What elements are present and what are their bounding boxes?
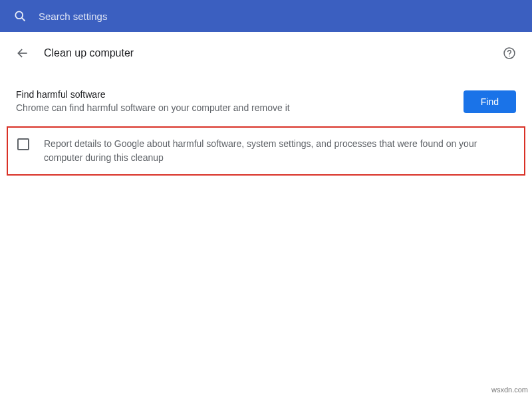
page-title: Clean up computer [44, 47, 503, 59]
search-bar [0, 0, 532, 32]
page-header: Clean up computer [0, 35, 532, 72]
svg-point-4 [509, 55, 510, 57]
section-text: Find harmful software Chrome can find ha… [16, 89, 450, 113]
search-input[interactable] [39, 11, 519, 22]
search-icon [13, 9, 27, 23]
svg-point-0 [15, 11, 23, 19]
watermark: wsxdn.com [491, 386, 528, 394]
report-option-row: Report details to Google about harmful s… [7, 126, 525, 176]
find-button[interactable]: Find [464, 90, 516, 113]
section-title: Find harmful software [16, 89, 450, 100]
help-icon[interactable] [503, 47, 516, 60]
section-description: Chrome can find harmful software on your… [16, 102, 450, 113]
back-arrow-icon[interactable] [16, 47, 29, 60]
find-harmful-section: Find harmful software Chrome can find ha… [16, 80, 516, 126]
report-checkbox-label: Report details to Google about harmful s… [44, 137, 515, 165]
report-checkbox[interactable] [17, 138, 29, 150]
content-area: Find harmful software Chrome can find ha… [0, 72, 532, 176]
svg-line-1 [22, 18, 25, 21]
